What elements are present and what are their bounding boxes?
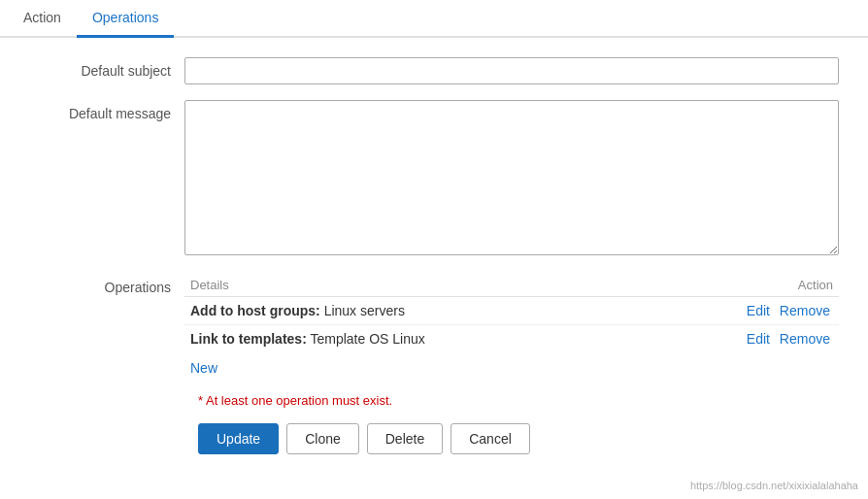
- cancel-button[interactable]: Cancel: [451, 423, 530, 454]
- edit-button-2[interactable]: Edit: [744, 331, 773, 347]
- watermark: https://blog.csdn.net/xixixialalahaha: [690, 480, 858, 491]
- tab-bar: Action Operations: [0, 0, 868, 38]
- action-buttons: Update Clone Delete Cancel: [198, 423, 839, 454]
- op-actions-1: Edit Remove: [649, 297, 839, 325]
- operations-section: Operations Details Action Add to host gr…: [29, 274, 839, 378]
- edit-button-1[interactable]: Edit: [744, 303, 773, 318]
- delete-button[interactable]: Delete: [367, 423, 443, 454]
- default-subject-label: Default subject: [29, 57, 184, 79]
- update-button[interactable]: Update: [198, 423, 279, 454]
- tab-action[interactable]: Action: [8, 0, 77, 38]
- default-message-label: Default message: [29, 100, 184, 121]
- operations-table: Details Action Add to host groups: Linux…: [184, 274, 839, 352]
- default-subject-input[interactable]: [184, 57, 839, 84]
- remove-button-2[interactable]: Remove: [777, 331, 833, 347]
- col-action: Action: [649, 274, 839, 297]
- default-subject-row: Default subject: [29, 57, 839, 84]
- warning-message: * At least one operation must exist.: [198, 393, 839, 408]
- op-detail-bold-2: Link to templates:: [190, 331, 307, 347]
- warning-text: At least one operation must exist.: [206, 393, 392, 408]
- table-row: Add to host groups: Linux servers Edit R…: [184, 297, 839, 325]
- tab-operations[interactable]: Operations: [77, 0, 174, 38]
- default-subject-input-wrap: [184, 57, 839, 84]
- table-row: Link to templates: Template OS Linux Edi…: [184, 325, 839, 353]
- op-detail-2: Link to templates: Template OS Linux: [184, 325, 649, 353]
- col-details: Details: [184, 274, 649, 297]
- remove-button-1[interactable]: Remove: [777, 303, 833, 318]
- op-detail-rest-2: Template OS Linux: [307, 331, 425, 347]
- op-actions-2: Edit Remove: [649, 325, 839, 353]
- op-detail-rest-1: Linux servers: [320, 303, 405, 318]
- default-message-row: Default message: [29, 100, 839, 258]
- operations-table-wrap: Details Action Add to host groups: Linux…: [184, 274, 839, 378]
- default-message-input-wrap: [184, 100, 839, 258]
- content-area: Default subject Default message Operatio…: [0, 38, 868, 474]
- new-link[interactable]: New: [184, 358, 223, 378]
- operations-label: Operations: [29, 274, 184, 295]
- asterisk-icon: *: [198, 393, 203, 408]
- clone-button[interactable]: Clone: [286, 423, 359, 454]
- op-detail-bold-1: Add to host groups:: [190, 303, 320, 318]
- default-message-textarea[interactable]: [184, 100, 839, 255]
- op-detail-1: Add to host groups: Linux servers: [184, 297, 649, 325]
